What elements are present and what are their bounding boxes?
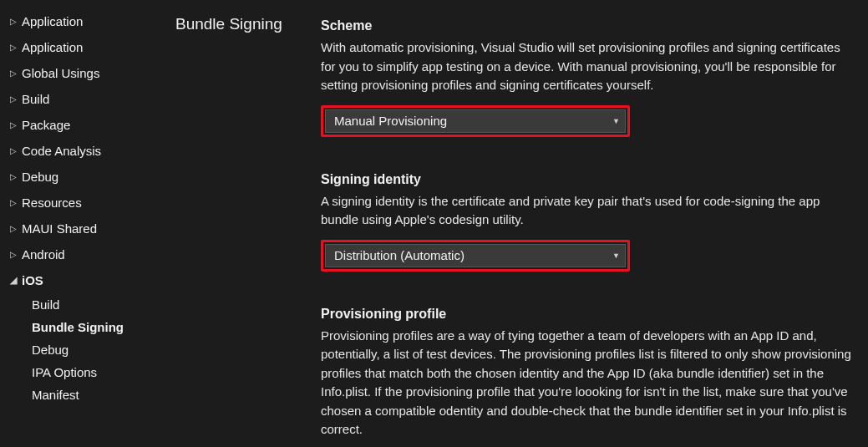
- chevron-right-icon: ▷: [10, 146, 22, 155]
- section-scheme: Scheme With automatic provisioning, Visu…: [321, 18, 851, 137]
- caret-down-icon: ▼: [612, 251, 620, 260]
- tree-item-code-analysis[interactable]: ▷ Code Analysis: [7, 138, 167, 164]
- tree-item-label: Code Analysis: [22, 144, 101, 158]
- tree-item-label: Package: [22, 118, 70, 132]
- tree-item-label: MAUI Shared: [22, 221, 97, 236]
- tree-item-label: Android: [22, 247, 65, 262]
- tree-item-label: Application: [22, 14, 83, 28]
- section-provisioning-profile: Provisioning profile Provisioning profil…: [321, 307, 851, 448]
- chevron-right-icon: ▷: [10, 172, 22, 181]
- chevron-right-icon: ▷: [10, 43, 22, 52]
- signing-identity-heading: Signing identity: [321, 172, 851, 187]
- tree-item-build[interactable]: ▷ Build: [7, 86, 167, 112]
- sub-item-label: IPA Options: [32, 365, 97, 379]
- chevron-down-icon: ◢: [10, 275, 22, 286]
- sub-item-label: Debug: [32, 343, 69, 357]
- caret-down-icon: ▼: [612, 117, 620, 125]
- sub-item-label: Build: [32, 297, 59, 312]
- signing-identity-dropdown[interactable]: Distribution (Automatic) ▼: [325, 244, 626, 267]
- chevron-right-icon: ▷: [10, 69, 22, 78]
- tree-item-label: Global Usings: [22, 66, 99, 80]
- tree-item-application-1[interactable]: ▷ Application: [7, 8, 167, 34]
- sub-item-bundle-signing[interactable]: Bundle Signing: [7, 316, 167, 338]
- tree-item-ios[interactable]: ◢ iOS: [7, 267, 167, 293]
- sub-item-debug[interactable]: Debug: [7, 338, 167, 361]
- tree-item-maui-shared[interactable]: ▷ MAUI Shared: [7, 216, 167, 241]
- sub-item-label: Bundle Signing: [32, 320, 124, 334]
- tree-item-resources[interactable]: ▷ Resources: [7, 190, 167, 216]
- chevron-right-icon: ▷: [10, 224, 22, 233]
- tree-item-label: Resources: [22, 196, 82, 210]
- scheme-dropdown[interactable]: Manual Provisioning ▼: [325, 109, 626, 133]
- sub-item-label: Manifest: [32, 388, 79, 402]
- chevron-right-icon: ▷: [10, 94, 22, 104]
- tree-item-package[interactable]: ▷ Package: [7, 112, 167, 138]
- tree-item-label: Debug: [22, 170, 58, 184]
- content-pane: Scheme With automatic provisioning, Visu…: [317, 0, 868, 447]
- provisioning-profile-heading: Provisioning profile: [321, 307, 851, 322]
- chevron-right-icon: ▷: [10, 120, 22, 130]
- chevron-right-icon: ▷: [10, 250, 22, 259]
- signing-identity-description: A signing identity is the certificate an…: [321, 192, 851, 230]
- signing-identity-dropdown-value: Distribution (Automatic): [334, 248, 464, 262]
- tree-item-label: Build: [22, 92, 49, 106]
- tree-item-label: iOS: [22, 273, 43, 287]
- chevron-right-icon: ▷: [10, 17, 22, 26]
- scheme-dropdown-highlight: Manual Provisioning ▼: [321, 105, 630, 137]
- tree-item-label: Application: [22, 40, 83, 54]
- tree-item-debug[interactable]: ▷ Debug: [7, 164, 167, 190]
- scheme-dropdown-value: Manual Provisioning: [334, 114, 447, 128]
- sub-item-build[interactable]: Build: [7, 293, 167, 316]
- sub-item-ipa-options[interactable]: IPA Options: [7, 361, 167, 384]
- tree-item-android[interactable]: ▷ Android: [7, 241, 167, 267]
- page-title: Bundle Signing: [167, 0, 317, 447]
- properties-sidebar: ▷ Application ▷ Application ▷ Global Usi…: [0, 0, 167, 447]
- scheme-heading: Scheme: [321, 18, 851, 33]
- tree-item-application-2[interactable]: ▷ Application: [7, 34, 167, 60]
- provisioning-profile-description: Provisioning profiles are a way of tying…: [321, 327, 851, 439]
- sub-item-manifest[interactable]: Manifest: [7, 384, 167, 406]
- tree-item-global-usings[interactable]: ▷ Global Usings: [7, 60, 167, 86]
- signing-identity-dropdown-highlight: Distribution (Automatic) ▼: [321, 240, 630, 272]
- section-signing-identity: Signing identity A signing identity is t…: [321, 172, 851, 272]
- scheme-description: With automatic provisioning, Visual Stud…: [321, 38, 851, 95]
- chevron-right-icon: ▷: [10, 198, 22, 207]
